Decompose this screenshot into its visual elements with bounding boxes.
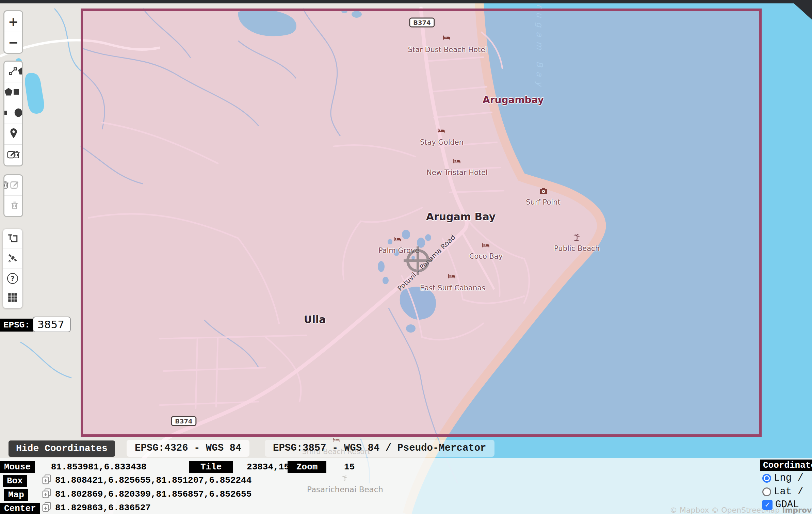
map-zoom-control: + − [3, 10, 23, 54]
label-arugam-bay-town: Arugam Bay [426, 211, 496, 223]
mouse-value: 81.853981,6.833438 [51, 462, 147, 472]
checkbox-checked-icon[interactable]: ✓ [762, 500, 773, 510]
edit-tool-button[interactable] [4, 145, 22, 165]
marker-icon [9, 128, 18, 140]
mouse-label: Mouse [0, 461, 35, 473]
zoom-in-button[interactable]: + [4, 11, 22, 32]
zoom-label: Zoom [288, 461, 326, 473]
clipped-polygon-icon [17, 67, 23, 77]
rectangle-icon [12, 88, 20, 97]
clipped-rect-icon [3, 110, 8, 117]
label-new-tristar: New Tristar Hotel [426, 168, 488, 177]
lodging-icon [437, 126, 446, 136]
clipped-trash-icon [3, 180, 10, 191]
copy-map-button[interactable] [42, 488, 52, 501]
delete-selected-button-disabled[interactable] [4, 196, 22, 216]
window-top-bar [0, 0, 812, 3]
zoom-row: Zoom 15 [288, 461, 355, 473]
label-stay-golden: Stay Golden [420, 138, 464, 146]
textbox-tool-button[interactable] [3, 229, 22, 249]
grid-icon [7, 292, 18, 305]
map-value: 81.802869,6.820399,81.856857,6.852655 [55, 489, 251, 499]
polygon-icon [4, 87, 13, 98]
lodging-icon [453, 157, 461, 167]
epsg-label: EPSG: [0, 319, 33, 332]
copy-center-button[interactable] [42, 501, 52, 514]
lodging-icon [448, 272, 456, 282]
label-public-beach: Public Beach [554, 244, 600, 253]
label-coco-bay: Coco Bay [469, 252, 503, 260]
line-icon [7, 66, 18, 78]
label-water-arugam-bay: Arugam Bay [535, 0, 545, 91]
map-label: Map [4, 489, 28, 501]
trash-icon [10, 200, 19, 212]
lodging-icon [442, 33, 451, 43]
circle-icon [13, 107, 23, 119]
polygon-tool-button[interactable] [4, 82, 22, 103]
grid-tiles-button[interactable] [3, 288, 22, 308]
textbox-icon [7, 232, 18, 245]
help-button[interactable]: ? [3, 269, 22, 288]
satellite-icon [7, 252, 18, 265]
satellite-layer-button[interactable] [3, 249, 22, 269]
marker-tool-button[interactable] [4, 124, 22, 145]
edit-selected-button-disabled[interactable] [4, 175, 22, 196]
draw-toolbar [3, 61, 23, 166]
zoom-out-button[interactable]: − [4, 32, 22, 53]
center-label: Center [0, 503, 40, 514]
help-icon: ? [7, 273, 18, 284]
label-arugambay-town: Arugambay [483, 94, 544, 106]
route-shield-b374-bottom: B374 [171, 416, 196, 426]
copy-box-button[interactable] [42, 474, 52, 487]
label-star-dust: Star Dust Beach Hotel [408, 46, 487, 54]
box-value: 81.808421,6.825655,81.851207,6.852244 [55, 475, 251, 485]
radio-unselected-icon[interactable] [762, 487, 771, 496]
mouse-row: Mouse 81.853981,6.833438 [0, 461, 146, 473]
center-value: 81.829863,6.836527 [55, 503, 151, 513]
zoom-value: 15 [344, 462, 355, 472]
selection-box-overlay[interactable] [81, 9, 762, 437]
epsg-input[interactable] [33, 317, 71, 332]
gdal-label: GDAL [775, 499, 799, 510]
lodging-icon [482, 241, 490, 251]
coordinate-panel-title: Coordinate [760, 460, 812, 471]
gdal-option[interactable]: ✓ GDAL [762, 499, 799, 510]
line-tool-button[interactable] [4, 62, 22, 82]
hide-coordinates-button[interactable]: Hide Coordinates [9, 440, 115, 457]
lat-lng-label: Lat / [774, 486, 803, 497]
tile-label: Tile [189, 461, 233, 473]
tile-row: Tile 23834,157 [189, 461, 294, 473]
label-surf-point: Surf Point [526, 198, 560, 206]
center-row: Center [0, 503, 40, 514]
beach-icon [340, 475, 348, 484]
utility-toolbar: ? [3, 229, 22, 308]
lng-lat-option[interactable]: Lng / [762, 472, 803, 484]
crosshair-cursor-icon [402, 244, 434, 278]
box-label: Box [3, 475, 27, 487]
beach-icon [572, 233, 581, 243]
route-shield-b374-top: B374 [409, 18, 435, 28]
circle-tool-button[interactable] [4, 103, 22, 124]
trash-icon [12, 150, 21, 161]
lodging-icon [393, 235, 402, 245]
label-ulla: Ulla [304, 314, 326, 325]
camera-icon [539, 187, 548, 197]
label-pasarichenai: Pasarichenai Beach [307, 485, 383, 494]
radio-selected-icon[interactable] [762, 474, 771, 483]
edit-delete-toolbar-disabled [3, 174, 23, 217]
lng-lat-label: Lng / [774, 472, 803, 484]
lat-lng-option[interactable]: Lat / [762, 486, 803, 497]
epsg-3857-chip[interactable]: EPSG:3857 - WGS 84 / Pseudo-Mercator [265, 440, 494, 457]
label-east-surf: East Surf Cabanas [420, 284, 485, 292]
edit-icon [10, 180, 20, 191]
epsg-4326-chip[interactable]: EPSG:4326 - WGS 84 [127, 440, 249, 457]
box-row: Box [3, 475, 27, 487]
map-row: Map [4, 489, 28, 501]
